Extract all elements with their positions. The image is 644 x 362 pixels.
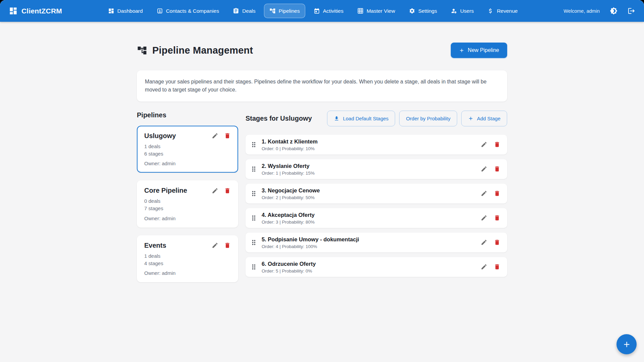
stage-title: 2. Wyslanie Oferty xyxy=(262,163,481,170)
stages-panel: Stages for Uslugowy Load Default Stages … xyxy=(246,111,507,277)
stage-title: 3. Negocjacje Cenowe xyxy=(262,187,481,194)
order-by-probability-button[interactable]: Order by Probability xyxy=(399,111,457,126)
stage-title: 1. Kontakt z Klientem xyxy=(262,138,481,145)
nav-item[interactable]: Master View xyxy=(352,4,400,18)
pencil-icon xyxy=(212,187,218,194)
pipelines-panel: Pipelines Uslugowy xyxy=(137,111,238,290)
pipeline-card-meta: 1 deals 4 stages xyxy=(144,252,231,267)
nav-item-label: Activities xyxy=(323,8,343,14)
dashboard-icon xyxy=(108,8,114,14)
logout-button[interactable] xyxy=(628,7,635,15)
edit-pipeline-button[interactable] xyxy=(212,187,218,194)
pipeline-card[interactable]: Events 1 deals xyxy=(137,235,238,283)
stage-actions xyxy=(481,190,500,197)
drag-handle-icon[interactable] xyxy=(250,214,258,222)
nav-item-label: Master View xyxy=(367,8,395,14)
stage-row: 2. Wyslanie Oferty Order: 1 | Probabilit… xyxy=(246,159,507,179)
stage-title: 6. Odrzucenie Oferty xyxy=(262,260,481,267)
download-icon xyxy=(334,116,339,121)
theme-toggle-button[interactable] xyxy=(610,7,618,15)
order-by-probability-label: Order by Probability xyxy=(406,116,450,121)
edit-stage-button[interactable] xyxy=(481,141,487,148)
info-banner: Manage your sales pipelines and their st… xyxy=(137,70,507,102)
delete-stage-button[interactable] xyxy=(494,166,500,172)
users-icon xyxy=(451,8,457,14)
pipeline-deals-count: 1 deals xyxy=(144,252,231,260)
nav-item[interactable]: Activities xyxy=(308,4,349,18)
pipeline-card-actions xyxy=(212,132,231,139)
new-pipeline-button[interactable]: New Pipeline xyxy=(451,43,507,58)
stage-row: 3. Negocjacje Cenowe Order: 2 | Probabil… xyxy=(246,184,507,203)
load-default-stages-label: Load Default Stages xyxy=(343,116,388,121)
brand[interactable]: ClientZCRM xyxy=(9,6,62,15)
edit-pipeline-button[interactable] xyxy=(212,242,218,249)
nav-item[interactable]: Deals xyxy=(227,4,261,18)
drag-handle-icon[interactable] xyxy=(250,190,258,197)
plus-icon xyxy=(468,116,474,121)
settings-icon xyxy=(409,8,415,14)
stages-toolbar: Load Default Stages Order by Probability… xyxy=(327,111,507,126)
edit-stage-button[interactable] xyxy=(481,239,487,246)
delete-stage-button[interactable] xyxy=(494,215,500,221)
brightness-icon xyxy=(610,7,618,15)
contacts-icon xyxy=(157,8,163,14)
nav-item-label: Settings xyxy=(418,8,437,14)
stage-meta: Order: 1 | Probability: 15% xyxy=(262,171,481,176)
load-default-stages-button[interactable]: Load Default Stages xyxy=(327,111,395,126)
trash-icon xyxy=(224,132,231,139)
edit-stage-button[interactable] xyxy=(481,166,487,172)
pipeline-card[interactable]: Uslugowy 1 deals xyxy=(137,126,238,173)
stage-meta: Order: 2 | Probability: 50% xyxy=(262,195,481,200)
pencil-icon xyxy=(481,263,487,270)
nav-item[interactable]: Pipelines xyxy=(264,4,305,18)
stage-row: 5. Podpisanie Umowy - dokumentacji Order… xyxy=(246,233,507,252)
edit-stage-button[interactable] xyxy=(481,215,487,221)
edit-stage-button[interactable] xyxy=(481,190,487,197)
pipeline-card-meta: 0 deals 7 stages xyxy=(144,197,231,212)
nav-item[interactable]: Users xyxy=(445,4,479,18)
nav-item[interactable]: Contacts & Companies xyxy=(151,4,225,18)
pencil-icon xyxy=(481,190,487,197)
stage-title: 4. Akceptacja Oferty xyxy=(262,212,481,219)
delete-stage-button[interactable] xyxy=(494,190,500,197)
app-window: ClientZCRM Dashboard Contacts & Companie… xyxy=(0,0,644,362)
pipeline-card[interactable]: Core Pipeline 0 deals xyxy=(137,180,238,228)
delete-stage-button[interactable] xyxy=(494,239,500,246)
welcome-text: Welcome, admin xyxy=(564,8,600,14)
nav-item[interactable]: Settings xyxy=(404,4,442,18)
stage-meta: Order: 3 | Probability: 80% xyxy=(262,220,481,225)
pipeline-title-icon xyxy=(137,45,147,56)
stage-list: 1. Kontakt z Klientem Order: 0 | Probabi… xyxy=(246,135,507,277)
stage-text: 4. Akceptacja Oferty Order: 3 | Probabil… xyxy=(262,212,481,225)
delete-pipeline-button[interactable] xyxy=(224,187,231,194)
pipeline-card-actions xyxy=(212,187,231,194)
page-header: Pipeline Management New Pipeline xyxy=(137,43,507,58)
stage-meta: Order: 0 | Probability: 10% xyxy=(262,146,481,151)
delete-pipeline-button[interactable] xyxy=(224,132,231,139)
nav-item-label: Dashboard xyxy=(117,8,143,14)
drag-handle-icon[interactable] xyxy=(250,141,258,148)
drag-handle-icon[interactable] xyxy=(250,263,258,271)
stage-actions xyxy=(481,263,500,270)
pipeline-card-header: Uslugowy xyxy=(144,132,231,140)
nav-menu: Dashboard Contacts & Companies Deals Pip… xyxy=(103,4,523,18)
fab-add-button[interactable] xyxy=(616,334,637,354)
trash-icon xyxy=(494,166,500,172)
drag-handle-icon[interactable] xyxy=(250,165,258,173)
add-stage-button[interactable]: Add Stage xyxy=(461,111,507,126)
stage-actions xyxy=(481,166,500,172)
delete-stage-button[interactable] xyxy=(494,141,500,148)
edit-stage-button[interactable] xyxy=(481,263,487,270)
nav-item[interactable]: Revenue xyxy=(482,4,523,18)
nav-item-label: Users xyxy=(460,8,474,14)
nav-item[interactable]: Dashboard xyxy=(103,4,148,18)
drag-handle-icon[interactable] xyxy=(250,239,258,246)
edit-pipeline-button[interactable] xyxy=(212,132,218,139)
stage-text: 2. Wyslanie Oferty Order: 1 | Probabilit… xyxy=(262,163,481,176)
delete-stage-button[interactable] xyxy=(494,263,500,270)
activities-icon xyxy=(314,8,320,14)
delete-pipeline-button[interactable] xyxy=(224,242,231,249)
pencil-icon xyxy=(212,242,218,249)
stage-meta: Order: 4 | Probability: 100% xyxy=(262,244,481,249)
revenue-icon xyxy=(487,8,494,14)
